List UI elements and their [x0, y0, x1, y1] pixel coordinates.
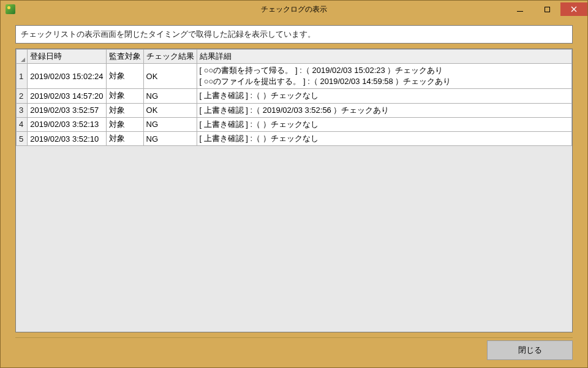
window-title: チェックログの表示 [1, 4, 587, 15]
result-cell: NG [143, 131, 197, 145]
detail-line: [ 上書き確認 ] :（ ）チェックなし [200, 119, 569, 130]
detail-line: [ 上書き確認 ] :（ ）チェックなし [200, 90, 569, 101]
target-cell: 対象 [106, 89, 143, 103]
target-cell: 対象 [106, 103, 143, 117]
window-controls [507, 2, 587, 16]
detail-cell: [ 上書き確認 ] :（ ）チェックなし [197, 117, 571, 131]
minimize-button[interactable] [507, 2, 533, 16]
col-datetime[interactable]: 登録日時 [28, 50, 106, 64]
detail-line: [ 上書き確認 ] :（ 2019/02/03 3:52:56 ）チェックあり [200, 105, 569, 116]
detail-cell: [ 上書き確認 ] :（ ）チェックなし [197, 131, 571, 145]
col-result[interactable]: チェック結果 [143, 50, 197, 64]
result-cell: NG [143, 89, 197, 103]
row-number-cell[interactable]: 2 [17, 89, 28, 103]
minimize-icon [517, 11, 523, 12]
description-text: チェックリストの表示画面を閉じたタイミングで取得した記録を表示しています。 [15, 25, 573, 44]
col-target[interactable]: 監査対象 [106, 50, 143, 64]
target-cell: 対象 [106, 64, 143, 89]
table-row[interactable]: 22019/02/03 14:57:20対象NG[ 上書き確認 ] :（ ）チェ… [17, 89, 572, 103]
row-number-cell[interactable]: 1 [17, 64, 28, 89]
result-cell: NG [143, 117, 197, 131]
select-all-icon [21, 58, 25, 62]
row-number-header[interactable] [17, 50, 28, 64]
col-detail[interactable]: 結果詳細 [197, 50, 571, 64]
close-dialog-button[interactable]: 閉じる [487, 340, 573, 360]
result-cell: OK [143, 64, 197, 89]
table-row[interactable]: 12019/02/03 15:02:24対象OK[ ○○の書類を持って帰る。 ]… [17, 64, 572, 89]
table-row[interactable]: 52019/02/03 3:52:10対象NG[ 上書き確認 ] :（ ）チェッ… [17, 131, 572, 145]
log-table-container[interactable]: 登録日時 監査対象 チェック結果 結果詳細 12019/02/03 15:02:… [15, 48, 573, 332]
detail-cell: [ 上書き確認 ] :（ 2019/02/03 3:52:56 ）チェックあり [197, 103, 571, 117]
datetime-cell: 2019/02/03 3:52:13 [28, 117, 106, 131]
row-number-cell[interactable]: 5 [17, 131, 28, 145]
close-button[interactable] [560, 2, 587, 16]
log-table: 登録日時 監査対象 チェック結果 結果詳細 12019/02/03 15:02:… [16, 49, 572, 146]
detail-cell: [ 上書き確認 ] :（ ）チェックなし [197, 89, 571, 103]
app-icon [6, 4, 15, 14]
footer: 閉じる [15, 337, 573, 360]
close-icon [571, 6, 577, 12]
target-cell: 対象 [106, 117, 143, 131]
datetime-cell: 2019/02/03 14:57:20 [28, 89, 106, 103]
detail-line: [ ○○の書類を持って帰る。 ] :（ 2019/02/03 15:02:23 … [200, 65, 569, 76]
row-number-cell[interactable]: 3 [17, 103, 28, 117]
titlebar: チェックログの表示 [1, 1, 587, 18]
maximize-icon [545, 7, 550, 12]
maximize-button[interactable] [533, 2, 560, 16]
table-header-row: 登録日時 監査対象 チェック結果 結果詳細 [17, 50, 572, 64]
dialog-window: チェックログの表示 チェックリストの表示画面を閉じたタイミングで取得した記録を表… [0, 0, 588, 368]
datetime-cell: 2019/02/03 15:02:24 [28, 64, 106, 89]
detail-cell: [ ○○の書類を持って帰る。 ] :（ 2019/02/03 15:02:23 … [197, 64, 571, 89]
detail-line: [ 上書き確認 ] :（ ）チェックなし [200, 133, 569, 144]
content-area: チェックリストの表示画面を閉じたタイミングで取得した記録を表示しています。 登録… [1, 18, 587, 367]
datetime-cell: 2019/02/03 3:52:57 [28, 103, 106, 117]
target-cell: 対象 [106, 131, 143, 145]
row-number-cell[interactable]: 4 [17, 117, 28, 131]
table-row[interactable]: 42019/02/03 3:52:13対象NG[ 上書き確認 ] :（ ）チェッ… [17, 117, 572, 131]
result-cell: OK [143, 103, 197, 117]
table-row[interactable]: 32019/02/03 3:52:57対象OK[ 上書き確認 ] :（ 2019… [17, 103, 572, 117]
detail-line: [ ○○のファイルを提出する。 ] :（ 2019/02/03 14:59:58… [200, 76, 569, 87]
datetime-cell: 2019/02/03 3:52:10 [28, 131, 106, 145]
